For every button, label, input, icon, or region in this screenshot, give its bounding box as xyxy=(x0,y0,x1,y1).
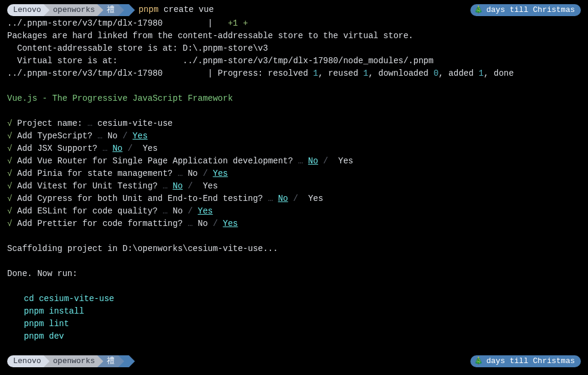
output-line: Virtual store is at: ../.pnpm-store/v3/t… xyxy=(7,55,581,67)
blank-line xyxy=(7,255,581,268)
prompt-question: √ Add JSX Support? … No / Yes xyxy=(7,142,581,155)
blank-line xyxy=(7,80,581,92)
seg-host: Lenovo xyxy=(7,4,44,16)
selected-no: No xyxy=(112,144,122,153)
blank-line xyxy=(7,230,581,243)
prompt-question: √ Add Pinia for state management? … No /… xyxy=(7,168,581,180)
prompt-breadcrumb: Lenovo openworks 禮 pnpm create vue xyxy=(7,4,214,16)
output-line: ../.pnpm-store/v3/tmp/dlx-17980 | +1 + xyxy=(7,17,581,30)
run-cmd: pnpm lint xyxy=(7,318,581,330)
vue-banner: Vue.js - The Progressive JavaScript Fram… xyxy=(7,92,581,105)
seg-folder: openworks xyxy=(44,355,97,367)
seg-host: Lenovo xyxy=(7,355,44,367)
selected-yes: Yes xyxy=(223,219,238,228)
selected-yes: Yes xyxy=(198,206,213,216)
prompt-breadcrumb: Lenovo openworks 禮 xyxy=(7,355,129,367)
blank-line xyxy=(7,105,581,117)
badge-text: days till Christmas xyxy=(487,4,575,16)
seg-folder: openworks xyxy=(44,4,97,16)
selected-yes: Yes xyxy=(213,169,228,178)
scaffold-line: Scaffolding project in D:\openworks\cesi… xyxy=(7,243,581,255)
prompt-line-2[interactable]: Lenovo openworks 禮 🎄 days till Christmas xyxy=(7,355,581,367)
selected-no: No xyxy=(278,194,288,203)
prompt-question: √ Add ESLint for code quality? … No / Ye… xyxy=(7,205,581,218)
prompt-question: √ Add Prettier for code formatting? … No… xyxy=(7,218,581,230)
prompt-question: √ Project name: … cesium-vite-use xyxy=(7,117,581,130)
blank-line xyxy=(7,280,581,293)
prompt-question: √ Add Vitest for Unit Testing? … No / Ye… xyxy=(7,180,581,193)
output-line: Content-addressable store is at: D:\.pnp… xyxy=(7,42,581,55)
prompt-question: √ Add TypeScript? … No / Yes xyxy=(7,130,581,142)
prompt-question: √ Add Cypress for both Unit and End-to-E… xyxy=(7,193,581,205)
run-cmd: pnpm install xyxy=(7,305,581,318)
prompt-question: √ Add Vue Router for Single Page Applica… xyxy=(7,155,581,168)
selected-no: No xyxy=(308,156,318,166)
selected-yes: Yes xyxy=(133,131,147,141)
tree-icon: 🎄 xyxy=(474,5,483,16)
output-line: ../.pnpm-store/v3/tmp/dlx-17980 | Progre… xyxy=(7,67,581,80)
output-line: Packages are hard linked from the conten… xyxy=(7,30,581,42)
selected-no: No xyxy=(173,181,183,191)
prompt-line-1[interactable]: Lenovo openworks 禮 pnpm create vue 🎄 day… xyxy=(7,4,581,16)
christmas-badge: 🎄 days till Christmas xyxy=(470,4,581,16)
command-text: pnpm create vue xyxy=(138,4,214,16)
run-cmd: pnpm dev xyxy=(7,330,581,343)
tree-icon: 🎄 xyxy=(474,356,483,367)
run-cmd: cd cesium-vite-use xyxy=(7,293,581,305)
blank-line xyxy=(7,343,581,355)
done-line: Done. Now run: xyxy=(7,268,581,280)
christmas-badge: 🎄 days till Christmas xyxy=(470,355,581,367)
badge-text: days till Christmas xyxy=(487,355,575,367)
